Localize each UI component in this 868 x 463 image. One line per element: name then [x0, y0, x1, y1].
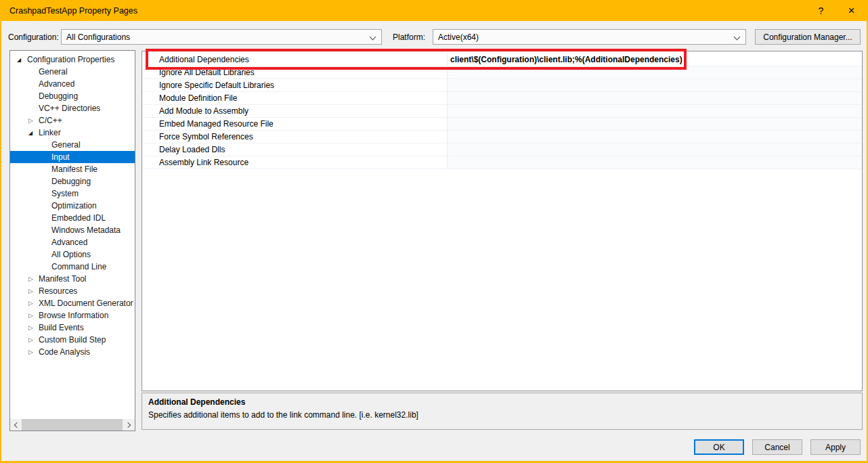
- tree-expander-icon[interactable]: [41, 188, 51, 200]
- platform-dropdown-value: Active(x64): [438, 32, 479, 42]
- tree-item[interactable]: Configuration Properties: [10, 53, 135, 66]
- property-name: Module Definition File: [142, 92, 447, 104]
- tree-expander-icon[interactable]: [41, 200, 51, 212]
- tree-expander-icon[interactable]: [28, 309, 39, 322]
- tree-item[interactable]: Input: [10, 151, 135, 163]
- tree-expander-icon[interactable]: [28, 273, 39, 285]
- tree-item[interactable]: Embedded IDL: [10, 212, 135, 224]
- tree-item[interactable]: Windows Metadata: [10, 224, 135, 236]
- tree-expander-icon[interactable]: [41, 163, 51, 175]
- tree-item[interactable]: Debugging: [10, 175, 135, 188]
- property-row[interactable]: Assembly Link Resource: [142, 156, 862, 169]
- tree-expander-icon[interactable]: [28, 66, 39, 78]
- tree-item-label: Manifest Tool: [39, 273, 86, 285]
- property-value[interactable]: client\$(Configuration)\client.lib;%(Add…: [447, 53, 862, 66]
- tree-item[interactable]: Manifest Tool: [10, 273, 135, 285]
- tree-item-label: Optimization: [51, 200, 97, 212]
- scroll-right-button[interactable]: [123, 419, 135, 431]
- tree-item-label: Embedded IDL: [51, 212, 106, 224]
- tree-item[interactable]: Build Events: [10, 322, 135, 334]
- tree-expander-icon[interactable]: [28, 334, 39, 346]
- tree-expander-icon[interactable]: [41, 175, 51, 188]
- cancel-button-label: Cancel: [764, 443, 789, 452]
- tree-expander-icon[interactable]: [41, 139, 51, 151]
- property-value[interactable]: [447, 156, 862, 169]
- ok-button[interactable]: OK: [694, 439, 744, 455]
- tree-item-label: Debugging: [39, 90, 78, 102]
- property-row[interactable]: Embed Managed Resource File: [142, 118, 862, 131]
- scrollbar-track[interactable]: [22, 419, 123, 431]
- platform-dropdown[interactable]: Active(x64): [433, 29, 746, 45]
- property-row[interactable]: Ignore All Default Libraries: [142, 66, 862, 79]
- tree-item[interactable]: General: [10, 66, 135, 78]
- tree-item[interactable]: C/C++: [10, 114, 135, 127]
- chevron-left-icon: [14, 422, 20, 427]
- configuration-dropdown[interactable]: All Configurations: [61, 29, 382, 45]
- tree-item[interactable]: Command Line: [10, 261, 135, 273]
- platform-label: Platform:: [393, 32, 425, 42]
- tree-item-label: Browse Information: [39, 309, 108, 322]
- tree-item[interactable]: XML Document Generator: [10, 297, 135, 309]
- property-row[interactable]: Additional Dependencies client\$(Configu…: [142, 53, 862, 66]
- window-title: CrashpadTestApp Property Pages: [1, 6, 137, 16]
- property-value[interactable]: [447, 66, 862, 79]
- scrollbar-thumb[interactable]: [22, 419, 123, 431]
- tree-item[interactable]: Manifest File: [10, 163, 135, 175]
- tree-item[interactable]: Browse Information: [10, 309, 135, 322]
- tree-item[interactable]: Debugging: [10, 90, 135, 102]
- tree-expander-icon[interactable]: [28, 127, 39, 139]
- scroll-left-button[interactable]: [10, 419, 22, 431]
- property-row[interactable]: Ignore Specific Default Libraries: [142, 79, 862, 92]
- tree-expander-icon[interactable]: [41, 151, 51, 163]
- property-tree: Configuration Properties General Advance…: [10, 51, 135, 358]
- property-row[interactable]: Delay Loaded Dlls: [142, 144, 862, 156]
- tree-expander-icon[interactable]: [28, 114, 39, 127]
- property-pages-dialog: CrashpadTestApp Property Pages ? × Confi…: [0, 0, 868, 463]
- tree-item[interactable]: Optimization: [10, 200, 135, 212]
- property-value[interactable]: [447, 79, 862, 91]
- tree-expander-icon[interactable]: [17, 53, 27, 66]
- tree-expander-icon[interactable]: [28, 322, 39, 334]
- tree-item-label: Code Analysis: [39, 346, 90, 358]
- tree-item[interactable]: Linker: [10, 127, 135, 139]
- tree-item[interactable]: Custom Build Step: [10, 334, 135, 346]
- close-icon: ×: [848, 4, 855, 18]
- tree-expander-icon[interactable]: [28, 285, 39, 297]
- tree-item[interactable]: Advanced: [10, 78, 135, 90]
- property-value[interactable]: [447, 118, 862, 130]
- tree-expander-icon[interactable]: [28, 78, 39, 90]
- tree-expander-icon[interactable]: [41, 224, 51, 236]
- help-button[interactable]: ?: [806, 0, 836, 21]
- tree-expander-icon[interactable]: [28, 297, 39, 309]
- tree-item[interactable]: Advanced: [10, 236, 135, 248]
- property-value[interactable]: [447, 144, 862, 156]
- tree-expander-icon[interactable]: [28, 90, 39, 102]
- tree-expander-icon[interactable]: [41, 261, 51, 273]
- tree-item[interactable]: All Options: [10, 248, 135, 261]
- tree-item[interactable]: General: [10, 139, 135, 151]
- property-row[interactable]: Module Definition File: [142, 92, 862, 105]
- configuration-manager-button[interactable]: Configuration Manager...: [755, 29, 861, 45]
- tree-item[interactable]: Code Analysis: [10, 346, 135, 358]
- tree-expander-icon[interactable]: [28, 346, 39, 358]
- property-value[interactable]: [447, 131, 862, 143]
- property-value[interactable]: [447, 105, 862, 117]
- tree-item-label: XML Document Generator: [39, 297, 133, 309]
- property-value[interactable]: [447, 92, 862, 104]
- tree-item[interactable]: Resources: [10, 285, 135, 297]
- apply-button[interactable]: Apply: [810, 439, 861, 455]
- tree-expander-icon[interactable]: [41, 248, 51, 261]
- close-button[interactable]: ×: [836, 0, 867, 21]
- property-name: Add Module to Assembly: [142, 105, 447, 117]
- property-row[interactable]: Add Module to Assembly: [142, 105, 862, 118]
- tree-item[interactable]: System: [10, 188, 135, 200]
- tree-expander-icon[interactable]: [28, 102, 39, 114]
- property-row[interactable]: Force Symbol References: [142, 131, 862, 144]
- tree-expander-icon[interactable]: [41, 212, 51, 224]
- cancel-button[interactable]: Cancel: [752, 439, 802, 455]
- chevron-down-icon: [734, 34, 741, 41]
- tree-horizontal-scrollbar[interactable]: [10, 419, 135, 431]
- tree-expander-icon[interactable]: [41, 236, 51, 248]
- property-name: Force Symbol References: [142, 131, 447, 143]
- tree-item[interactable]: VC++ Directories: [10, 102, 135, 114]
